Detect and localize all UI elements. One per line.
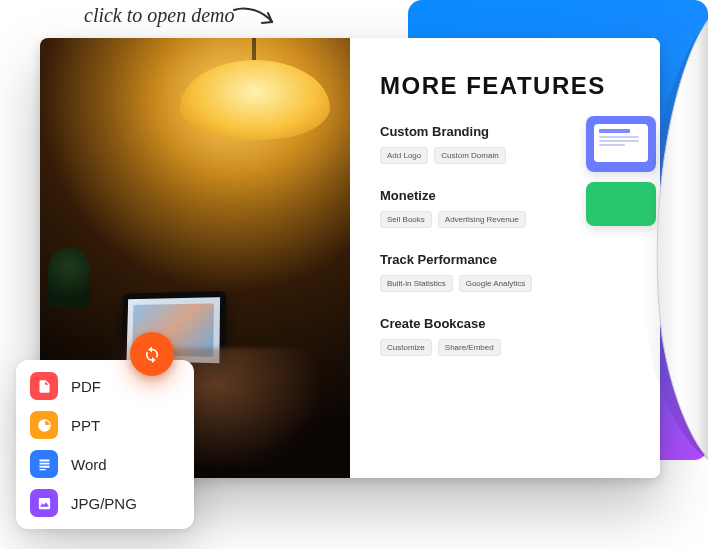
word-icon [30,450,58,478]
format-option-image[interactable]: JPG/PNG [30,489,180,517]
refresh-demo-button[interactable] [130,332,174,376]
preview-card-monetize [586,182,656,226]
format-option-ppt[interactable]: PPT [30,411,180,439]
plant-icon [48,248,90,308]
feature-tag[interactable]: Advertising Revenue [438,211,526,228]
ppt-icon [30,411,58,439]
feature-tag[interactable]: Customize [380,339,432,356]
feature-tag[interactable]: Add Logo [380,147,428,164]
demo-hint-text: click to open demo [84,4,235,27]
feature-tag[interactable]: Sell Books [380,211,432,228]
supported-formats-card: PDF PPT Word JPG/PNG [16,360,194,529]
feature-heading: Create Bookcase [380,316,634,331]
feature-preview-cards [586,116,660,212]
format-option-word[interactable]: Word [30,450,180,478]
refresh-icon [143,345,161,363]
image-icon [30,489,58,517]
feature-tag[interactable]: Share/Embed [438,339,501,356]
flipbook-right-page: MORE FEATURES Custom Branding Add Logo C… [350,38,660,478]
demo-hint-arrow-icon [232,6,280,34]
feature-heading: Track Performance [380,252,634,267]
preview-card-branding [586,116,656,172]
format-option-pdf[interactable]: PDF [30,372,180,400]
feature-tag[interactable]: Custom Domain [434,147,505,164]
pdf-icon [30,372,58,400]
format-label: PDF [71,378,101,395]
format-label: PPT [71,417,100,434]
feature-tag[interactable]: Google Analytics [459,275,533,292]
features-title: MORE FEATURES [380,72,634,100]
lamp-icon [180,60,330,140]
feature-tag[interactable]: Built-in Statistics [380,275,453,292]
format-label: JPG/PNG [71,495,137,512]
feature-group-performance: Track Performance Built-in Statistics Go… [380,252,634,292]
feature-group-bookcase: Create Bookcase Customize Share/Embed [380,316,634,356]
format-label: Word [71,456,107,473]
